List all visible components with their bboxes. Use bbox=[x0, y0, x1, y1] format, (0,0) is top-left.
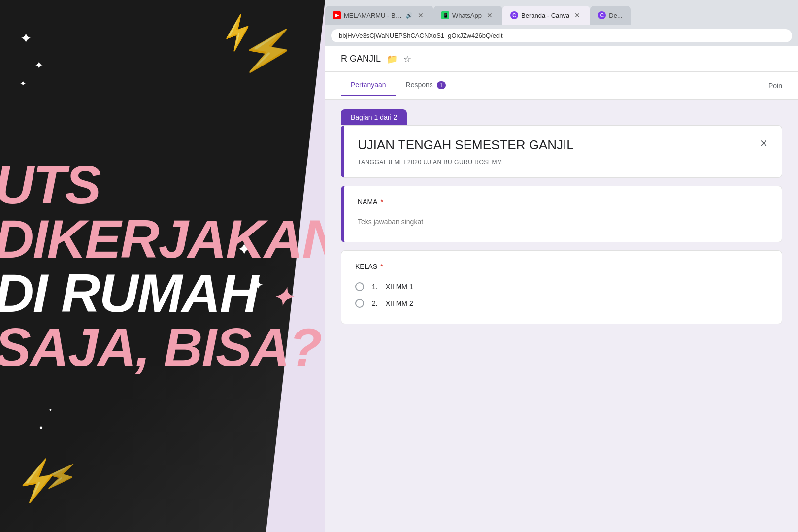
kelas-required-star: * bbox=[380, 263, 383, 270]
tab-nav: Pertanyaan Respons 1 bbox=[341, 75, 456, 96]
tab-whatsapp[interactable]: 📱 WhatsApp ✕ bbox=[433, 6, 502, 25]
kelas-option-2[interactable]: 2. XII MM 2 bbox=[355, 295, 768, 312]
browser-chrome: ▶ MELAMARMU - BA... 🔊 ✕ 📱 WhatsApp ✕ C B… bbox=[325, 0, 798, 46]
radio-circle-2 bbox=[355, 299, 364, 308]
dot-deco-bl2: • bbox=[49, 406, 52, 414]
respons-badge: 1 bbox=[437, 81, 446, 89]
tab-de-label: De... bbox=[609, 12, 622, 19]
tab-whatsapp-label: WhatsApp bbox=[452, 12, 482, 19]
youtube-favicon: ▶ bbox=[333, 11, 341, 19]
tab-de[interactable]: C De... bbox=[590, 6, 630, 25]
form-subtitle: TANGGAL 8 MEI 2020 UJIAN BU GURU ROSI MM bbox=[358, 159, 768, 166]
nama-required-star: * bbox=[380, 198, 383, 206]
folder-icon[interactable]: 📁 bbox=[387, 54, 398, 65]
question-card-nama: NAMA * bbox=[341, 186, 782, 242]
tab-youtube-mute-icon[interactable]: 🔊 bbox=[406, 12, 413, 19]
tab-canva-label: Beranda - Canva bbox=[521, 12, 569, 19]
tab-respons[interactable]: Respons 1 bbox=[396, 75, 456, 96]
kelas-option-1-num: 1. bbox=[372, 283, 378, 291]
kelas-option-2-text: XII MM 2 bbox=[386, 299, 413, 307]
tab-canva[interactable]: C Beranda - Canva ✕ bbox=[502, 6, 590, 25]
lightning-deco-tr2: ⚡ bbox=[236, 20, 300, 81]
kelas-option-2-num: 2. bbox=[372, 299, 378, 307]
points-label: Poin bbox=[768, 82, 782, 90]
address-bar-row: bbjHvVe3sCjWaNUEPShCACNXoS1_gOxJZw426bQ/… bbox=[325, 25, 798, 46]
whatsapp-favicon: 📱 bbox=[441, 11, 449, 19]
nama-answer-input[interactable] bbox=[358, 214, 768, 230]
diamond-deco-tl: ✦ bbox=[20, 30, 32, 47]
forms-title-bar: R GANJIL 📁 ☆ bbox=[325, 46, 798, 72]
section-area: Bagian 1 dari 2 bbox=[325, 100, 798, 125]
star-icon[interactable]: ☆ bbox=[403, 54, 411, 65]
points-tab[interactable]: Poin bbox=[768, 82, 782, 90]
de-favicon: C bbox=[598, 11, 606, 19]
forms-container: R GANJIL 📁 ☆ Pertanyaan Respons 1 Poin B… bbox=[325, 46, 798, 532]
canva-favicon: C bbox=[510, 11, 518, 19]
star-deco-top2: ✦ bbox=[20, 79, 26, 88]
form-main-title: UJIAN TENGAH SEMESTER GANJIL bbox=[358, 137, 574, 153]
text-line-4: SAJA, BISA? bbox=[0, 320, 325, 374]
address-url: bbjHvVe3sCjWaNUEPShCACNXoS1_gOxJZw426bQ/… bbox=[339, 32, 503, 39]
forms-header-bar: Pertanyaan Respons 1 Poin bbox=[325, 72, 798, 100]
tab-youtube-label: MELAMARMU - BA... bbox=[344, 12, 403, 19]
tab-pertanyaan-label: Pertanyaan bbox=[351, 81, 386, 89]
radio-circle-1 bbox=[355, 282, 364, 291]
title-card: UJIAN TENGAH SEMESTER GANJIL ✕ TANGGAL 8… bbox=[341, 125, 782, 178]
tab-bar: ▶ MELAMARMU - BA... 🔊 ✕ 📱 WhatsApp ✕ C B… bbox=[325, 0, 798, 25]
nama-label-text: NAMA bbox=[358, 198, 377, 206]
forms-title: R GANJIL bbox=[341, 54, 381, 64]
left-panel: ✦ ✦ ✦ ⚡ ⚡ ✦ ✦ ⚡ ⚡ • • UTS DIKERJAKAN DI … bbox=[0, 0, 325, 532]
tab-youtube[interactable]: ▶ MELAMARMU - BA... 🔊 ✕ bbox=[325, 6, 433, 25]
tab-respons-label: Respons bbox=[406, 81, 433, 89]
nama-question-label: NAMA * bbox=[358, 198, 768, 206]
star-deco-top: ✦ bbox=[34, 59, 43, 72]
kelas-option-1-text: XII MM 1 bbox=[386, 283, 413, 291]
question-card-kelas: KELAS * 1. XII MM 1 2. XII MM 2 bbox=[341, 250, 782, 324]
tab-pertanyaan[interactable]: Pertanyaan bbox=[341, 75, 396, 96]
form-card-title-row: UJIAN TENGAH SEMESTER GANJIL ✕ bbox=[358, 137, 768, 153]
kelas-label-text: KELAS bbox=[355, 263, 377, 270]
close-icon[interactable]: ✕ bbox=[760, 137, 768, 149]
kelas-option-1[interactable]: 1. XII MM 1 bbox=[355, 278, 768, 295]
tab-whatsapp-close[interactable]: ✕ bbox=[485, 11, 495, 20]
text-line-2: DIKERJAKAN bbox=[0, 212, 325, 266]
dot-deco-bl: • bbox=[39, 422, 43, 433]
tab-youtube-close[interactable]: ✕ bbox=[416, 11, 426, 20]
main-text-block: UTS DIKERJAKAN DI RUMAH ✦ SAJA, BISA? bbox=[0, 138, 325, 394]
text-line-1: UTS bbox=[0, 158, 325, 212]
text-line-3: DI RUMAH ✦ bbox=[0, 266, 325, 320]
kelas-question-label: KELAS * bbox=[355, 263, 768, 270]
right-panel: ▶ MELAMARMU - BA... 🔊 ✕ 📱 WhatsApp ✕ C B… bbox=[325, 0, 798, 532]
tab-canva-close[interactable]: ✕ bbox=[572, 11, 582, 20]
address-bar[interactable]: bbjHvVe3sCjWaNUEPShCACNXoS1_gOxJZw426bQ/… bbox=[331, 29, 792, 42]
section-tab[interactable]: Bagian 1 dari 2 bbox=[341, 109, 407, 125]
